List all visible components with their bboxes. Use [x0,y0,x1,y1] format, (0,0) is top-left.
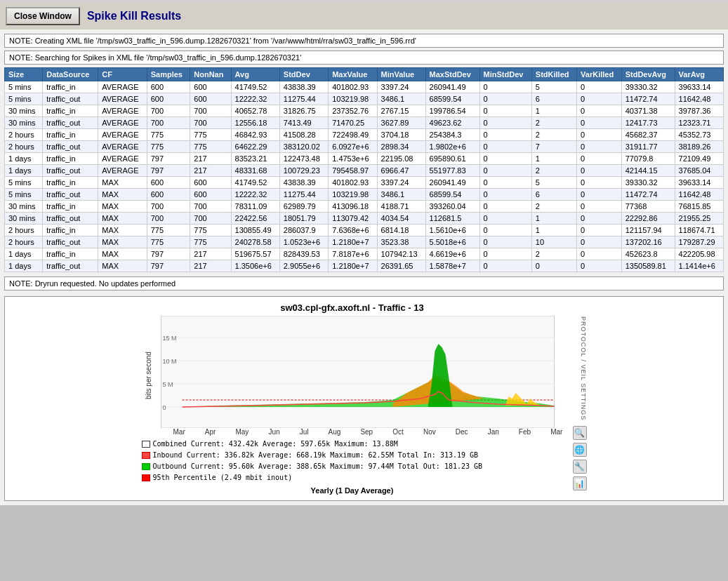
table-cell: 179287.29 [675,236,723,248]
table-cell: 795458.97 [329,165,377,177]
header-bar: Close Window Spike Kill Results [0,3,728,29]
table-row: 5 minstraffic_inMAX60060041749.5243838.3… [5,177,724,189]
table-cell: 0 [479,177,531,189]
legend-color-box [142,452,150,459]
svg-text:5 M: 5 M [162,381,173,388]
table-cell: 700 [147,201,190,213]
table-cell: 38189.26 [675,141,723,153]
zoom-icon[interactable]: 🔍 [573,426,587,440]
table-row: 5 minstraffic_inAVERAGE60060041749.52438… [5,81,724,93]
table-cell: 1 days [5,248,43,260]
table-cell: traffic_out [43,165,98,177]
table-cell: 1 [531,105,576,117]
table-row: 2 hourstraffic_inAVERAGE77577546842.9341… [5,129,724,141]
table-cell: traffic_out [43,213,98,225]
table-cell: 0 [479,153,531,165]
x-axis-label: Feb [519,428,531,436]
table-cell: traffic_in [43,177,98,189]
legend-color-box [142,441,150,448]
table-cell: AVERAGE [98,93,147,105]
table-header-row: SizeDataSourceCFSamplesNonNanAvgStdDevMa… [5,68,724,81]
table-cell: 11472.74 [621,93,675,105]
table-cell: 12556.18 [231,117,279,129]
legend-item: Combined Current: 432.42k Average: 597.6… [142,439,563,450]
table-cell: 1 days [5,165,43,177]
x-axis-label: Jul [300,428,309,436]
table-cell: 1.0523e+6 [279,236,328,248]
note-bottom: NOTE: Dryrun requested. No updates perfo… [4,276,724,290]
table-cell: 0 [577,260,622,272]
table-cell: AVERAGE [98,153,147,165]
table-cell: 600 [147,189,190,201]
table-cell: traffic_out [43,117,98,129]
table-cell: 40371.38 [621,105,675,117]
col-header-varkilled: VarKilled [577,68,622,81]
table-cell: 12417.73 [621,117,675,129]
table-cell: 0 [577,117,622,129]
table-cell: 700 [147,213,190,225]
table-cell: 31911.77 [621,141,675,153]
table-cell: 83523.21 [231,153,279,165]
table-cell: 700 [190,117,231,129]
table-cell: 11275.44 [279,93,328,105]
table-cell: 0 [577,81,622,93]
table-cell: 600 [190,81,231,93]
table-cell: 7.6368e+6 [329,225,377,236]
table-cell: MAX [98,236,147,248]
table-cell: 68599.54 [425,189,479,201]
table-cell: 775 [147,129,190,141]
table-cell: 237352.76 [329,105,377,117]
table-cell: 39633.14 [675,177,723,189]
table-cell: 775 [190,141,231,153]
col-header-stddevavg: StdDevAvg [621,68,675,81]
col-header-minvalue: MinValue [377,68,425,81]
table-cell: 12323.71 [675,117,723,129]
table-cell: 2 [531,129,576,141]
table-cell: 1.2180e+7 [329,236,377,248]
table-cell: 1 [531,213,576,225]
table-cell: 0 [479,165,531,177]
legend-text: Outbound Current: 95.60k Average: 388.65… [153,461,483,472]
table-cell: 0 [577,248,622,260]
table-cell: AVERAGE [98,117,147,129]
wrench-icon[interactable]: 🔧 [573,460,587,474]
table-cell: 0 [577,153,622,165]
chart-container: sw03.cpl-gfx.axoft.nl - Traffic - 13 bit… [142,302,563,495]
svg-text:10 M: 10 M [162,358,176,365]
table-cell: 452623.8 [621,248,675,260]
close-window-button[interactable]: Close Window [6,7,80,25]
table-cell: 0 [577,213,622,225]
table-cell: 7413.49 [279,117,328,129]
graph-icon[interactable]: 📊 [573,476,587,490]
table-cell: 6814.18 [377,225,425,236]
table-cell: 72109.49 [675,153,723,165]
table-cell: 100729.23 [279,165,328,177]
table-cell: 4.6619e+6 [425,248,479,260]
table-cell: traffic_out [43,236,98,248]
side-label: PROTOCOL / VEIL SETTINGS [573,316,587,420]
table-cell: 5.5018e+6 [425,236,479,248]
legend-color-box [142,474,150,481]
table-cell: 1.2180e+7 [329,260,377,272]
table-row: 1 daystraffic_inAVERAGE79721783523.21122… [5,153,724,165]
table-cell: 6966.47 [377,165,425,177]
globe-icon[interactable]: 🌐 [573,443,587,457]
table-cell: traffic_in [43,225,98,236]
table-cell: 0 [479,225,531,236]
table-cell: 0 [479,141,531,153]
table-cell: 1 [531,153,576,165]
table-cell: 26391.65 [377,260,425,272]
table-cell: 103219.98 [329,189,377,201]
col-header-size: Size [5,68,43,81]
table-cell: traffic_out [43,189,98,201]
table-cell: 45352.73 [675,129,723,141]
chart-yearly-label: Yearly (1 Day Average) [142,486,563,495]
table-cell: 600 [190,177,231,189]
table-cell: 797 [147,260,190,272]
table-cell: 0 [577,189,622,201]
note-2: NOTE: Searching for Spikes in XML file '… [4,51,724,65]
table-cell: 41508.28 [279,129,328,141]
table-cell: 3397.24 [377,81,425,93]
table-cell: 0 [479,248,531,260]
table-cell: 30 mins [5,201,43,213]
